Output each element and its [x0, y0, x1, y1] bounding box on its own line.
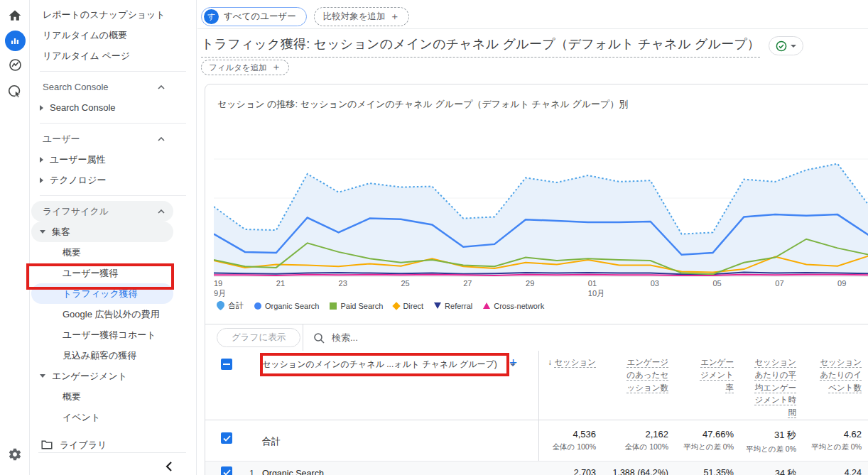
total-events-per-session: 4.62 — [844, 429, 862, 439]
report-nav: レポートのスナップショット リアルタイムの概要 リアルタイム ページ Searc… — [30, 0, 197, 475]
nav-engagement-overview[interactable]: 概要 — [30, 386, 173, 407]
legend-label: Direct — [403, 302, 423, 310]
chevron-left-icon — [166, 462, 172, 471]
row-values: 2,703 (59.59%) 1,388 (64.2%) 51.35% 34 秒… — [539, 468, 862, 475]
nav-label: 集客 — [52, 226, 70, 239]
add-comparison-chip[interactable]: 比較対象を追加 ＋ — [314, 7, 409, 26]
nav-engagement[interactable]: エンゲージメント — [30, 366, 173, 386]
totals-checkbox[interactable] — [221, 432, 232, 444]
legend-item[interactable]: 合計 — [217, 300, 244, 311]
page-title[interactable]: トラフィック獲得: セッションのメインのチャネル グループ（デフォルト チャネル… — [201, 36, 760, 58]
nav-non-google-cost[interactable]: Google 広告以外の費用 — [30, 304, 173, 324]
sort-desc-icon: ↓ — [548, 356, 552, 369]
column-header-sessions[interactable]: ↓セッション — [539, 356, 596, 420]
nav-acquisition[interactable]: 集客 — [31, 222, 173, 242]
x-tick: 0110月 — [588, 278, 604, 299]
header-divider — [197, 28, 868, 29]
nav-user-attributes[interactable]: ユーザー属性 — [30, 149, 173, 170]
legend-label: Cross-network — [494, 302, 544, 310]
expand-right-icon — [40, 157, 43, 163]
nav-label: テクノロジー — [50, 174, 107, 187]
nav-technology[interactable]: テクノロジー — [30, 170, 173, 190]
advertising-icon[interactable] — [0, 84, 30, 99]
x-tick: 199月 — [214, 278, 226, 299]
nav-events[interactable]: イベント — [30, 407, 173, 427]
x-tick: 09 — [837, 278, 846, 288]
nav-section-user[interactable]: ユーザー — [30, 129, 173, 149]
table-toolbar: グラフに表示 検索... — [205, 324, 868, 351]
home-icon[interactable] — [0, 9, 30, 23]
x-axis-labels: 199月21232527290110月03050709 — [214, 278, 868, 300]
legend-item[interactable]: Paid Search — [330, 302, 383, 310]
legend-item[interactable]: Cross-network — [483, 302, 544, 310]
totals-row: 合計 4,536全体の 100% 2,162全体の 100% 47.66%平均と… — [205, 420, 868, 461]
audience-chip-label: すべてのユーザー — [224, 11, 296, 23]
nav-report-snapshot[interactable]: レポートのスナップショット — [30, 4, 173, 25]
chart-title: セッション の推移: セッションのメインのチャネル グループ（デフォルト チャネ… — [217, 98, 628, 111]
indeterminate-icon — [223, 361, 230, 368]
check-circle-icon — [776, 40, 787, 52]
audience-chip[interactable]: す すべてのユーザー — [201, 7, 307, 26]
nav-user-acquisition-cohort[interactable]: ユーザー獲得コホート — [30, 324, 173, 345]
plus-icon: ＋ — [271, 61, 281, 74]
table-header: セッションのメインのチャネル ...ォルト チャネル グループ) + ↓セッショ… — [205, 351, 868, 420]
nav-label: 概要 — [63, 246, 81, 259]
column-header-engagement-rate[interactable]: エンゲージメント率 — [668, 356, 734, 420]
caret-down-icon — [791, 45, 796, 48]
legend-label: 合計 — [228, 300, 244, 311]
circle-marker-icon — [254, 302, 261, 310]
chevron-up-icon — [158, 137, 165, 141]
nav-acquisition-overview[interactable]: 概要 — [30, 242, 173, 263]
nav-label: レポートのスナップショット — [43, 9, 166, 21]
nav-user-acquisition[interactable]: ユーザー獲得 — [30, 263, 173, 283]
dimension-dropdown[interactable]: セッションのメインのチャネル ...ォルト チャネル グループ) — [262, 359, 502, 371]
tri-down-marker-icon — [434, 302, 441, 309]
column-header-avg-engagement-time[interactable]: セッションあたりの平均エンゲージメント時間 — [734, 356, 796, 420]
nav-section-lifecycle[interactable]: ライフサイクル — [31, 201, 173, 222]
add-comparison-label: 比較対象を追加 — [323, 11, 386, 23]
sessions-trend-chart[interactable] — [214, 125, 868, 277]
nav-realtime-overview[interactable]: リアルタイムの概要 — [30, 25, 173, 45]
total-engagement-rate: 47.66% — [702, 429, 734, 439]
add-filter-chip[interactable]: フィルタを追加 ＋ — [201, 60, 289, 75]
nav-label: Search Console — [50, 102, 116, 113]
legend-item[interactable]: Direct — [394, 302, 423, 310]
icon-rail — [0, 0, 30, 475]
search-icon — [313, 332, 325, 344]
x-tick: 03 — [651, 278, 659, 288]
settings-icon[interactable] — [0, 447, 30, 462]
expand-right-icon — [40, 105, 43, 111]
nav-label: リアルタイム ページ — [43, 50, 130, 62]
collapse-nav-button[interactable] — [30, 462, 196, 471]
legend-label: Organic Search — [265, 302, 319, 310]
table-search[interactable]: 検索... — [313, 324, 358, 351]
nav-realtime-pages[interactable]: リアルタイム ページ — [30, 45, 173, 66]
pin-marker-icon — [217, 301, 224, 310]
nav-section-search-console[interactable]: Search Console — [30, 77, 173, 97]
x-tick: 29 — [526, 278, 534, 288]
reports-icon[interactable] — [0, 31, 30, 51]
expand-down-icon — [40, 230, 45, 234]
metric-headers: ↓セッション エンゲージのあったセッション数 エンゲージメント率 セッションあた… — [539, 356, 862, 420]
comparison-chips: す すべてのユーザー 比較対象を追加 ＋ — [201, 7, 409, 26]
nav-traffic-acquisition[interactable]: トラフィック獲得 — [31, 283, 173, 304]
data-quality-badge[interactable] — [769, 36, 803, 55]
nav-lead-generation[interactable]: 見込み顧客の獲得 — [30, 345, 173, 366]
nav-search-console[interactable]: Search Console — [30, 97, 173, 118]
column-header-events-per-session[interactable]: セッションあたりのイベント数 — [796, 356, 862, 420]
chevron-up-icon — [158, 209, 165, 214]
add-column-button[interactable]: + — [509, 355, 517, 371]
plus-icon: ＋ — [390, 11, 400, 23]
total-engaged-sessions: 2,162 — [645, 429, 668, 439]
row-index: 1 — [249, 469, 254, 475]
row-checkbox[interactable] — [221, 466, 232, 475]
page-title-row: トラフィック獲得: セッションのメインのチャネル グループ（デフォルト チャネル… — [201, 36, 803, 58]
legend-item[interactable]: Organic Search — [254, 302, 319, 310]
select-all-checkbox[interactable] — [221, 359, 232, 370]
show-on-chart-button[interactable]: グラフに表示 — [217, 328, 300, 347]
table-row[interactable]: 1 Organic Search 2,703 (59.59%) 1,388 (6… — [205, 461, 868, 475]
column-header-engaged-sessions[interactable]: エンゲージのあったセッション数 — [596, 356, 668, 420]
legend-item[interactable]: Referral — [434, 302, 472, 310]
explore-icon[interactable] — [0, 58, 30, 72]
x-tick: 27 — [463, 278, 472, 288]
